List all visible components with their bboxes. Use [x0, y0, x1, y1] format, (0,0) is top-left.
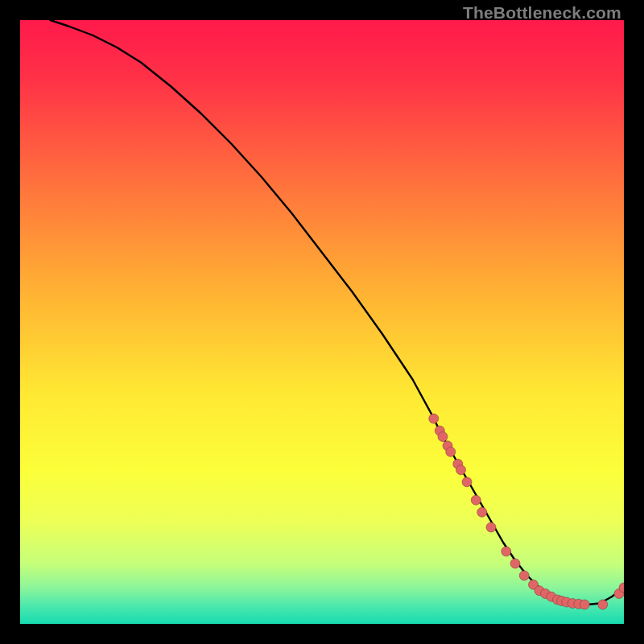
chart-container: TheBottleneck.com	[0, 0, 644, 644]
plot-area	[20, 20, 624, 624]
svg-rect-0	[20, 20, 624, 624]
background-gradient	[20, 20, 624, 624]
